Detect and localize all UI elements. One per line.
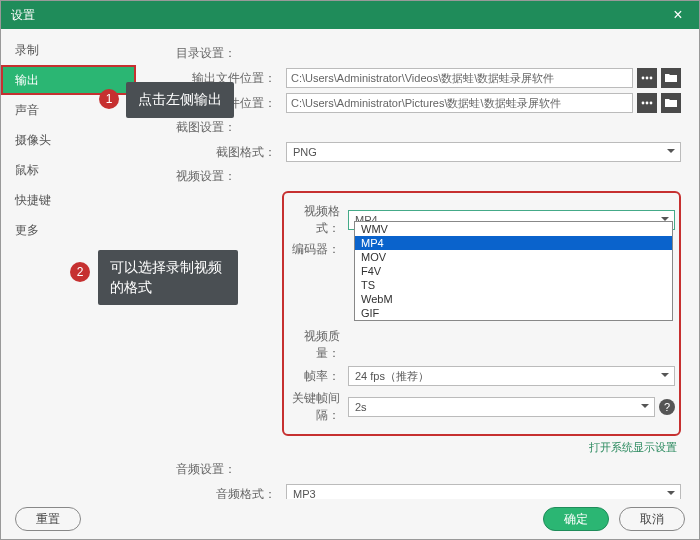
open-display-settings-link[interactable]: 打开系统显示设置 (136, 440, 677, 455)
folder-icon[interactable] (661, 68, 681, 88)
option-ts[interactable]: TS (355, 278, 672, 292)
video-encoder-label: 编码器： (288, 241, 348, 258)
screenshot-path-input[interactable]: C:\Users\Administrator\Pictures\数据蛙\数据蛙录… (286, 93, 633, 113)
sidebar-item-output[interactable]: 输出 (1, 65, 136, 95)
svg-point-1 (646, 77, 649, 80)
titlebar: 设置 × (1, 1, 699, 29)
video-fps-combo[interactable]: 24 fps（推荐） (348, 366, 675, 386)
svg-point-2 (650, 77, 653, 80)
chevron-down-icon (660, 370, 670, 382)
cancel-button[interactable]: 取消 (619, 507, 685, 531)
more-icon[interactable] (637, 68, 657, 88)
option-webm[interactable]: WebM (355, 292, 672, 306)
audio-format-value: MP3 (293, 488, 316, 499)
ok-button[interactable]: 确定 (543, 507, 609, 531)
section-dir: 目录设置： (176, 45, 681, 62)
svg-point-0 (642, 77, 645, 80)
section-screenshot: 截图设置： (176, 119, 681, 136)
more-icon[interactable] (637, 93, 657, 113)
video-keyframe-combo[interactable]: 2s (348, 397, 655, 417)
option-mp4[interactable]: MP4 (355, 236, 672, 250)
video-format-dropdown: WMV MP4 MOV F4V TS WebM GIF (354, 221, 673, 321)
video-format-label: 视频格式： (288, 203, 348, 237)
sidebar-item-hotkey[interactable]: 快捷键 (1, 185, 136, 215)
folder-icon[interactable] (661, 93, 681, 113)
audio-format-label: 音频格式： (136, 486, 286, 500)
option-gif[interactable]: GIF (355, 306, 672, 320)
video-settings-box: 视频格式： MP4 编码器： 视频质量： 帧率： 24 fps（推荐） (282, 191, 681, 436)
video-keyframe-value: 2s (355, 401, 367, 413)
help-icon[interactable]: ? (659, 399, 675, 415)
screenshot-format-label: 截图格式： (136, 144, 286, 161)
video-quality-label: 视频质量： (288, 328, 348, 362)
chevron-down-icon (640, 401, 650, 413)
callout-badge-1: 1 (99, 89, 119, 109)
reset-button[interactable]: 重置 (15, 507, 81, 531)
video-fps-label: 帧率： (288, 368, 348, 385)
sidebar-item-more[interactable]: 更多 (1, 215, 136, 245)
chevron-down-icon (666, 146, 676, 158)
sidebar-item-record[interactable]: 录制 (1, 35, 136, 65)
video-fps-value: 24 fps（推荐） (355, 369, 429, 384)
screenshot-format-combo[interactable]: PNG (286, 142, 681, 162)
screenshot-format-value: PNG (293, 146, 317, 158)
audio-format-combo[interactable]: MP3 (286, 484, 681, 499)
output-path-input[interactable]: C:\Users\Administrator\Videos\数据蛙\数据蛙录屏软… (286, 68, 633, 88)
svg-point-5 (650, 102, 653, 105)
option-wmv[interactable]: WMV (355, 222, 672, 236)
svg-point-3 (642, 102, 645, 105)
section-video: 视频设置： (176, 168, 681, 185)
close-icon[interactable]: × (663, 1, 693, 29)
callout-2: 可以选择录制视频的格式 (98, 250, 238, 305)
callout-badge-2: 2 (70, 262, 90, 282)
section-audio: 音频设置： (176, 461, 681, 478)
svg-point-4 (646, 102, 649, 105)
sidebar-item-mouse[interactable]: 鼠标 (1, 155, 136, 185)
chevron-down-icon (666, 488, 676, 499)
window-title: 设置 (11, 7, 35, 24)
sidebar-item-camera[interactable]: 摄像头 (1, 125, 136, 155)
callout-1: 点击左侧输出 (126, 82, 234, 118)
option-f4v[interactable]: F4V (355, 264, 672, 278)
video-keyframe-label: 关键帧间隔： (288, 390, 348, 424)
bottombar: 重置 确定 取消 (1, 499, 699, 539)
option-mov[interactable]: MOV (355, 250, 672, 264)
